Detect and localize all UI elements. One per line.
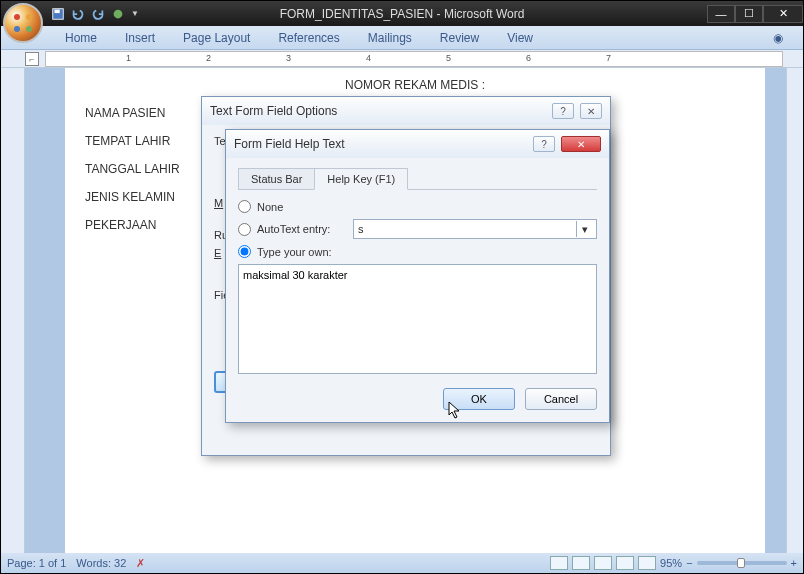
maximize-button[interactable]: ☐ [735, 5, 763, 23]
dialog2-tabs: Status Bar Help Key (F1) [238, 168, 597, 190]
svg-point-6 [26, 26, 32, 32]
dialog2-body: Status Bar Help Key (F1) None AutoText e… [226, 158, 609, 420]
radio-autotext[interactable] [238, 223, 251, 236]
vertical-ruler[interactable] [1, 68, 25, 553]
radio-type-own[interactable] [238, 245, 251, 258]
zoom-out-button[interactable]: − [686, 557, 692, 569]
view-outline[interactable] [616, 556, 634, 570]
form-field-help-text-dialog: Form Field Help Text ? ✕ Status Bar Help… [225, 129, 610, 423]
svg-rect-1 [55, 9, 60, 13]
dialog1-titlebar[interactable]: Text Form Field Options ? ✕ [202, 97, 610, 125]
label-none: None [257, 201, 283, 213]
tab-home[interactable]: Home [51, 27, 111, 49]
dialog2-close-button[interactable]: ✕ [561, 136, 601, 152]
help-icon[interactable]: ◉ [773, 31, 783, 45]
horizontal-ruler[interactable]: 1234567 [45, 51, 783, 67]
dialog1-help-button[interactable]: ? [552, 103, 574, 119]
dialog2-ok-button[interactable]: OK [443, 388, 515, 410]
dialog1-close-button[interactable]: ✕ [580, 103, 602, 119]
dialog2-help-button[interactable]: ? [533, 136, 555, 152]
zoom-level[interactable]: 95% [660, 557, 682, 569]
undo-icon[interactable] [71, 7, 85, 21]
ribbon-tabs: Home Insert Page Layout References Maili… [1, 26, 803, 50]
vertical-scrollbar[interactable] [786, 68, 803, 553]
window-title: FORM_IDENTITAS_PASIEN - Microsoft Word [280, 7, 525, 21]
radio-none[interactable] [238, 200, 251, 213]
dialog2-titlebar[interactable]: Form Field Help Text ? ✕ [226, 130, 609, 158]
view-web-layout[interactable] [594, 556, 612, 570]
dialog2-cancel-button[interactable]: Cancel [525, 388, 597, 410]
tab-insert[interactable]: Insert [111, 27, 169, 49]
view-draft[interactable] [638, 556, 656, 570]
titlebar: ▼ FORM_IDENTITAS_PASIEN - Microsoft Word… [1, 1, 803, 26]
status-bar: Page: 1 of 1 Words: 32 ✗ 95% − + [1, 553, 803, 573]
tab-references[interactable]: References [264, 27, 353, 49]
qat-dropdown-icon[interactable]: ▼ [131, 9, 139, 18]
zoom-in-button[interactable]: + [791, 557, 797, 569]
svg-point-2 [114, 9, 123, 18]
label-type-own: Type your own: [257, 246, 332, 258]
zoom-slider[interactable] [697, 561, 787, 565]
autotext-value: s [358, 223, 364, 235]
ruler-bar: ⌐ 1234567 [1, 50, 803, 68]
autotext-combo[interactable]: s ▾ [353, 219, 597, 239]
doc-heading: NOMOR REKAM MEDIS : [85, 78, 745, 92]
dialog2-title: Form Field Help Text [234, 137, 344, 151]
status-words[interactable]: Words: 32 [76, 557, 126, 569]
proofing-icon[interactable]: ✗ [136, 557, 145, 570]
status-page[interactable]: Page: 1 of 1 [7, 557, 66, 569]
tab-status-bar[interactable]: Status Bar [238, 168, 315, 190]
save-icon[interactable] [51, 7, 65, 21]
view-print-layout[interactable] [550, 556, 568, 570]
svg-point-5 [14, 26, 20, 32]
qat-icon[interactable] [111, 7, 125, 21]
tab-view[interactable]: View [493, 27, 547, 49]
tab-help-key[interactable]: Help Key (F1) [314, 168, 408, 190]
chevron-down-icon[interactable]: ▾ [576, 221, 592, 237]
label-autotext: AutoText entry: [257, 223, 347, 235]
app-window: ▼ FORM_IDENTITAS_PASIEN - Microsoft Word… [0, 0, 804, 574]
close-window-button[interactable]: ✕ [763, 5, 803, 23]
tab-selector[interactable]: ⌐ [25, 52, 39, 66]
svg-point-3 [14, 14, 20, 20]
tab-page-layout[interactable]: Page Layout [169, 27, 264, 49]
redo-icon[interactable] [91, 7, 105, 21]
view-full-screen[interactable] [572, 556, 590, 570]
window-controls: — ☐ ✕ [707, 5, 803, 23]
svg-point-4 [26, 14, 32, 20]
minimize-button[interactable]: — [707, 5, 735, 23]
help-text-input[interactable] [238, 264, 597, 374]
dialog1-title: Text Form Field Options [210, 104, 337, 118]
office-button[interactable] [3, 3, 43, 43]
tab-mailings[interactable]: Mailings [354, 27, 426, 49]
tab-review[interactable]: Review [426, 27, 493, 49]
